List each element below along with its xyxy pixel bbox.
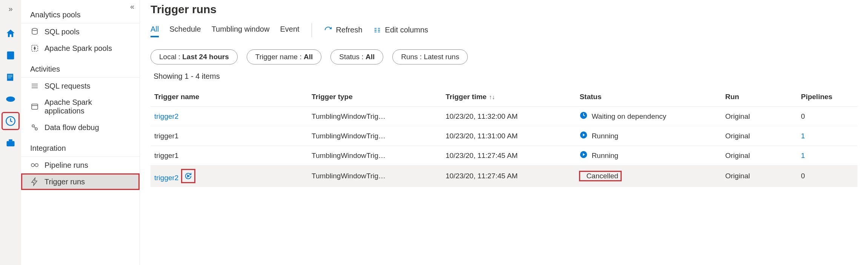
- side-nav: « Analytics pools SQL pools Apache Spark…: [21, 0, 140, 265]
- nav-item-sql-pools[interactable]: SQL pools: [21, 23, 140, 40]
- trigger-type-cell: TumblingWindowTrig…: [308, 146, 442, 165]
- col-run[interactable]: Run: [721, 87, 797, 107]
- refresh-button[interactable]: Refresh: [324, 26, 363, 34]
- svg-rect-6: [32, 104, 38, 109]
- rail-manage-icon[interactable]: [4, 136, 17, 150]
- table-row[interactable]: trigger1TumblingWindowTrig…10/23/20, 11:…: [151, 126, 857, 146]
- status-highlight: Cancelled: [579, 171, 621, 181]
- nav-item-spark-pools[interactable]: Apache Spark pools: [21, 40, 140, 57]
- sort-icon: ↑↓: [489, 94, 495, 101]
- nav-item-label: Data flow debug: [45, 123, 99, 132]
- nav-item-sql-requests[interactable]: SQL requests: [21, 78, 140, 94]
- nav-item-trigger-runs[interactable]: Trigger runs: [21, 173, 140, 190]
- nav-item-pipeline-runs[interactable]: Pipeline runs: [21, 157, 140, 173]
- nav-item-label: Trigger runs: [45, 178, 85, 186]
- pipelines-link[interactable]: 1: [801, 132, 805, 140]
- tab-event[interactable]: Event: [280, 23, 299, 37]
- pipelines-link[interactable]: 1: [801, 152, 805, 159]
- trigger-time-cell: 10/23/20, 11:27:45 AM: [442, 165, 576, 187]
- nav-item-label: SQL pools: [45, 28, 80, 36]
- status-text: Waiting on dependency: [591, 112, 666, 121]
- nav-item-label: Apache Spark pools: [45, 44, 112, 53]
- tab-all[interactable]: All: [151, 23, 159, 37]
- separator: [312, 23, 312, 37]
- svg-rect-2: [7, 141, 15, 146]
- status-icon: [579, 111, 588, 121]
- result-count: Showing 1 - 4 items: [151, 70, 857, 87]
- table-row[interactable]: trigger2TumblingWindowTrig…10/23/20, 11:…: [151, 107, 857, 126]
- collapse-nav-icon[interactable]: «: [130, 2, 134, 11]
- nav-item-label: Apache Spark applications: [45, 98, 131, 115]
- pipelines-text: 0: [801, 172, 805, 180]
- rail-develop-icon[interactable]: [4, 70, 17, 84]
- icon-rail: »: [0, 0, 21, 265]
- status-text: Running: [591, 152, 618, 160]
- nav-item-label: SQL requests: [45, 82, 91, 90]
- svg-marker-16: [188, 175, 190, 177]
- edit-columns-label: Edit columns: [385, 26, 429, 34]
- svg-point-4: [32, 28, 37, 31]
- runs-table: Trigger name Trigger type Trigger time↑↓…: [151, 87, 857, 187]
- trigger-time-cell: 10/23/20, 11:31:00 AM: [442, 126, 576, 146]
- nav-item-spark-applications[interactable]: Apache Spark applications: [21, 94, 140, 119]
- svg-point-1: [6, 116, 15, 125]
- refresh-label: Refresh: [336, 26, 363, 34]
- tab-schedule[interactable]: Schedule: [169, 23, 201, 37]
- col-trigger-name[interactable]: Trigger name: [151, 87, 308, 107]
- status-text: Cancelled: [586, 172, 618, 180]
- edit-columns-button[interactable]: Edit columns: [373, 26, 429, 34]
- run-cell: Original: [721, 126, 797, 146]
- page-title: Trigger runs: [151, 3, 857, 16]
- tab-bar: All Schedule Tumbling window Event Refre…: [151, 23, 857, 40]
- run-cell: Original: [721, 165, 797, 187]
- nav-section-pools: Analytics pools: [21, 2, 140, 21]
- run-cell: Original: [721, 146, 797, 165]
- trigger-type-cell: TumblingWindowTrig…: [308, 126, 442, 146]
- trigger-name-text: trigger1: [154, 132, 178, 140]
- filter-runs[interactable]: Runs : Latest runs: [392, 49, 468, 64]
- col-status[interactable]: Status: [576, 87, 721, 107]
- rail-integrate-icon[interactable]: [4, 92, 17, 106]
- filter-time[interactable]: Local : Last 24 hours: [151, 49, 238, 64]
- rail-data-icon[interactable]: [4, 49, 17, 62]
- rerun-button[interactable]: [182, 170, 194, 182]
- status-icon: [579, 150, 588, 161]
- svg-point-0: [6, 97, 15, 102]
- rail-home-icon[interactable]: [4, 27, 17, 40]
- nav-item-data-flow-debug[interactable]: Data flow debug: [21, 119, 140, 136]
- trigger-name-link[interactable]: trigger2: [154, 174, 178, 182]
- svg-point-9: [31, 164, 34, 167]
- svg-rect-3: [9, 139, 12, 141]
- status-icon: [579, 131, 588, 141]
- expand-rail-icon[interactable]: »: [8, 2, 12, 18]
- filter-status[interactable]: Status : All: [330, 49, 383, 64]
- nav-item-label: Pipeline runs: [45, 161, 88, 170]
- filter-trigger-name[interactable]: Trigger name : All: [247, 49, 321, 64]
- svg-point-10: [35, 164, 38, 167]
- table-row[interactable]: trigger1TumblingWindowTrig…10/23/20, 11:…: [151, 146, 857, 165]
- trigger-time-cell: 10/23/20, 11:32:00 AM: [442, 107, 576, 126]
- col-trigger-type[interactable]: Trigger type: [308, 87, 442, 107]
- table-row[interactable]: trigger2TumblingWindowTrig…10/23/20, 11:…: [151, 165, 857, 187]
- trigger-name-link[interactable]: trigger2: [154, 112, 178, 120]
- trigger-type-cell: TumblingWindowTrig…: [308, 107, 442, 126]
- tab-tumbling-window[interactable]: Tumbling window: [212, 23, 270, 37]
- nav-section-activities: Activities: [21, 57, 140, 75]
- main-panel: Trigger runs All Schedule Tumbling windo…: [140, 0, 868, 265]
- pipelines-text: 0: [801, 112, 805, 120]
- trigger-name-text: trigger1: [154, 152, 178, 159]
- status-text: Running: [591, 132, 618, 140]
- run-cell: Original: [721, 107, 797, 126]
- trigger-time-cell: 10/23/20, 11:27:45 AM: [442, 146, 576, 165]
- filter-bar: Local : Last 24 hours Trigger name : All…: [151, 49, 857, 64]
- col-pipelines[interactable]: Pipelines: [797, 87, 857, 107]
- col-trigger-time[interactable]: Trigger time↑↓: [442, 87, 576, 107]
- nav-section-integration: Integration: [21, 136, 140, 154]
- trigger-type-cell: TumblingWindowTrig…: [308, 165, 442, 187]
- rail-monitor-icon[interactable]: [4, 114, 17, 128]
